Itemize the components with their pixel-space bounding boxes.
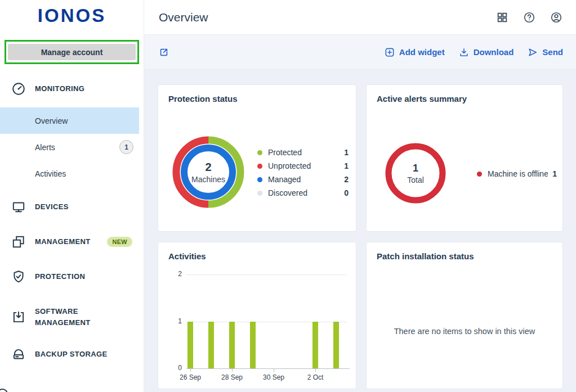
widget-title: Active alerts summary: [377, 94, 467, 103]
unprotected-dot: [257, 164, 262, 169]
sidebar-item-activities[interactable]: Activities: [0, 160, 139, 187]
sidebar-section-monitoring[interactable]: MONITORING: [0, 79, 139, 99]
xtick: [315, 369, 316, 372]
sidebar-section-label: BACKUP STORAGE: [35, 349, 119, 360]
sidebar-item-label: Alerts: [35, 143, 55, 152]
legend-row-managed: Managed 2: [257, 173, 349, 186]
legend-row-protected: Protected 1: [257, 146, 349, 159]
widget-title: Protection status: [168, 94, 238, 103]
dashboard-toolbar: Add widget Download Send: [144, 35, 576, 70]
protection-donut-chart: 2 Machines: [172, 136, 245, 209]
header-icons: [496, 11, 562, 24]
sidebar-item-alerts[interactable]: Alerts 1: [0, 134, 139, 160]
expand-icon[interactable]: [158, 47, 169, 58]
sidebar-section-backup-storage[interactable]: BACKUP STORAGE: [0, 342, 139, 367]
gauge-icon: [11, 82, 26, 96]
alerts-total-count: 1: [413, 163, 418, 174]
sidebar-section-label: DEVICES: [35, 201, 119, 213]
alerts-total-label: Total: [407, 175, 424, 184]
annotation-highlight-box: Manage account: [5, 40, 139, 64]
sidebar-section-label: MONITORING: [35, 83, 119, 94]
alerts-donut-chart: 1 Total: [385, 142, 446, 204]
alert-dot: [477, 172, 482, 177]
software-box-icon: [11, 310, 26, 325]
bar: [208, 322, 214, 368]
legend-row-unprotected: Unprotected 1: [257, 159, 349, 173]
alerts-legend: Machine is offline… 1: [477, 168, 557, 180]
sidebar-item-label: Overview: [35, 116, 68, 125]
widget-patch-installation: Patch installation status There are no i…: [366, 242, 563, 389]
xlabel: 30 Sep: [258, 373, 289, 381]
bar: [312, 322, 318, 368]
sidebar-section-label: SOFTWARE MANAGEMENT: [35, 306, 119, 328]
discovered-dot: [257, 191, 262, 196]
send-icon: [527, 47, 538, 58]
send-button[interactable]: Send: [527, 47, 563, 58]
gridline: [186, 274, 347, 275]
add-widget-button[interactable]: Add widget: [384, 47, 445, 58]
sidebar-section-protection[interactable]: PROTECTION: [0, 264, 139, 289]
bar: [187, 322, 193, 368]
shield-check-icon: [11, 269, 26, 284]
help-icon[interactable]: [523, 11, 535, 24]
sidebar: IONOS Manage account MONITORING Overview…: [0, 0, 144, 392]
widget-active-alerts: Active alerts summary 1 Total Machine is…: [366, 84, 563, 232]
account-icon[interactable]: [550, 11, 562, 24]
storage-drive-icon: [11, 347, 26, 362]
machines-label: Machines: [191, 175, 225, 184]
xtick: [274, 369, 274, 372]
protected-dot: [257, 150, 262, 155]
donut-center: 2 Machines: [172, 136, 245, 209]
ytick: 0: [169, 364, 182, 372]
empty-view-message: There are no items to show in this view: [367, 327, 562, 336]
ytick: 1: [169, 317, 182, 325]
sidebar-nav: MONITORING Overview Alerts 1 Activities …: [0, 79, 144, 367]
sidebar-section-devices[interactable]: DEVICES: [0, 195, 139, 219]
sidebar-item-label: Activities: [35, 169, 66, 178]
bar: [250, 322, 256, 368]
page-title: Overview: [159, 11, 208, 24]
bar: [333, 322, 339, 368]
xtick: [190, 369, 191, 372]
sidebar-item-overview[interactable]: Overview: [0, 107, 139, 134]
monitor-icon: [11, 200, 26, 214]
xtick: [232, 369, 233, 372]
machines-count: 2: [205, 161, 211, 174]
legend-row-discovered: Discovered 0: [257, 186, 349, 200]
page-header: Overview: [144, 0, 576, 35]
xlabel: 2 Oct: [300, 373, 331, 381]
manage-account-button[interactable]: Manage account: [8, 44, 136, 60]
donut-center: 1 Total: [385, 142, 446, 204]
sidebar-section-software-management[interactable]: SOFTWARE MANAGEMENT: [0, 299, 139, 335]
xlabel: 28 Sep: [216, 373, 248, 381]
sidebar-section-label: MANAGEMENT: [35, 236, 107, 247]
activities-bar-chart: 01226 Sep28 Sep30 Sep2 Oct: [158, 242, 356, 389]
widget-protection-status: Protection status 2 Machines Protected 1…: [158, 84, 356, 232]
plus-square-icon: [384, 47, 395, 58]
bar: [229, 322, 235, 368]
xlabel: 26 Sep: [175, 373, 206, 381]
axis: [186, 368, 350, 369]
widget-title: Patch installation status: [377, 251, 474, 261]
legend-row-machine-offline: Machine is offline… 1: [477, 168, 557, 180]
widget-activities: Activities 01226 Sep28 Sep30 Sep2 Oct: [158, 242, 356, 389]
download-button[interactable]: Download: [458, 47, 514, 58]
ytick: 2: [169, 270, 182, 278]
dashboard-content: Protection status 2 Machines Protected 1…: [144, 70, 576, 392]
protection-legend: Protected 1 Unprotected 1 Managed 2 Disc…: [257, 146, 349, 200]
toolbar-actions: Add widget Download Send: [384, 47, 563, 58]
ionos-logo: IONOS: [0, 5, 144, 26]
sidebar-section-management[interactable]: MANAGEMENT NEW: [0, 229, 139, 254]
windows-icon: [11, 235, 26, 249]
app-switcher-icon[interactable]: [496, 11, 508, 24]
managed-dot: [257, 177, 262, 182]
alerts-count-badge: 1: [119, 140, 133, 154]
download-icon: [458, 47, 470, 58]
sidebar-section-label: PROTECTION: [35, 271, 119, 282]
new-badge: NEW: [107, 237, 132, 247]
cutoff-icon: [0, 389, 8, 392]
